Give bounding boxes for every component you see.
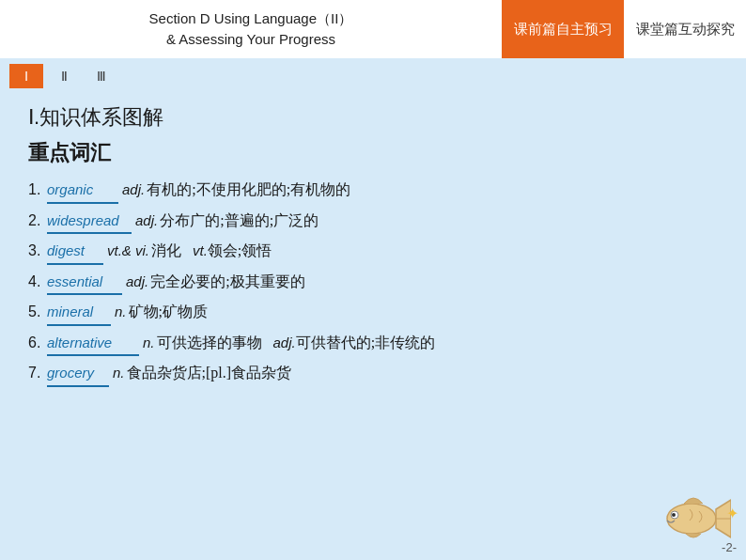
section-title: Ⅰ.知识体系图解 [28, 103, 718, 132]
vocab-word: widespread [47, 209, 132, 235]
vocab-def: 可供选择的事物 [157, 330, 273, 355]
nav-btn-preview[interactable]: 课前篇自主预习 [502, 0, 624, 58]
vocab-num: 2. [28, 208, 45, 233]
vocab-pos2: adj. [273, 331, 296, 355]
tab-1[interactable]: Ⅰ [9, 64, 43, 88]
tab-2[interactable]: Ⅱ [47, 64, 81, 88]
svg-point-4 [672, 513, 676, 517]
title-line2: & Assessing Your Progress [166, 29, 335, 51]
vocab-pos: vt.& vi. [107, 239, 149, 263]
vocab-word: alternative [47, 331, 139, 357]
title-line1: Section D Using Language（II） [149, 8, 353, 30]
vocab-def: 有机的;不使用化肥的;有机物的 [147, 177, 350, 202]
vocab-pos: n. [143, 331, 155, 355]
vocab-def: 分布广的;普遍的;广泛的 [160, 208, 319, 233]
vocab-pos: n. [115, 300, 127, 324]
tabs-row: Ⅰ Ⅱ Ⅲ [0, 58, 746, 94]
vocab-def: 食品杂货店;[pl.]食品杂货 [127, 360, 292, 385]
vocab-num: 3. [28, 238, 45, 263]
header-title: Section D Using Language（II） & Assessing… [0, 0, 502, 58]
vocab-num: 4. [28, 269, 45, 294]
vocab-word: organic [47, 178, 118, 204]
vocab-pos: adj. [126, 270, 148, 294]
vocab-def2: 可供替代的;非传统的 [296, 330, 435, 355]
vocab-pos: adj. [135, 209, 158, 233]
vocab-def: 完全必要的;极其重要的 [150, 269, 304, 294]
vocab-def2: 领会;领悟 [208, 238, 272, 263]
vocab-word: mineral [47, 300, 111, 326]
list-item: 1. organic adj. 有机的;不使用化肥的;有机物的 [28, 177, 718, 204]
vocab-def: 矿物;矿物质 [129, 299, 208, 324]
list-item: 5. mineral n. 矿物;矿物质 [28, 299, 718, 326]
vocab-list: 1. organic adj. 有机的;不使用化肥的;有机物的 2. wides… [28, 177, 718, 387]
vocab-def: 消化 [151, 238, 193, 263]
list-item: 6. alternative n. 可供选择的事物 adj. 可供替代的;非传统… [28, 330, 718, 357]
vocab-title: 重点词汇 [28, 139, 718, 167]
tab-3[interactable]: Ⅲ [85, 64, 118, 88]
vocab-num: 5. [28, 299, 45, 324]
vocab-pos: adj. [122, 178, 145, 202]
list-item: 3. digest vt.& vi. 消化 vt. 领会;领悟 [28, 238, 718, 265]
vocab-pos: n. [113, 361, 125, 385]
nav-btn-explore[interactable]: 课堂篇互动探究 [624, 0, 746, 58]
vocab-word: grocery [47, 361, 109, 387]
vocab-num: 6. [28, 330, 45, 355]
star-decoration: ✦ [726, 505, 738, 522]
list-item: 4. essential adj. 完全必要的;极其重要的 [28, 269, 718, 296]
vocab-word: digest [47, 239, 103, 265]
vocab-pos2: vt. [193, 239, 208, 263]
list-item: 2. widespread adj. 分布广的;普遍的;广泛的 [28, 208, 718, 235]
list-item: 7. grocery n. 食品杂货店;[pl.]食品杂货 [28, 360, 718, 387]
vocab-num: 1. [28, 177, 45, 202]
fish-decoration [656, 489, 731, 545]
header: Section D Using Language（II） & Assessing… [0, 0, 746, 58]
page-number: -2- [722, 540, 737, 554]
vocab-word: essential [47, 270, 122, 296]
main-content: Ⅰ.知识体系图解 重点词汇 1. organic adj. 有机的;不使用化肥的… [0, 94, 746, 397]
vocab-num: 7. [28, 360, 45, 385]
